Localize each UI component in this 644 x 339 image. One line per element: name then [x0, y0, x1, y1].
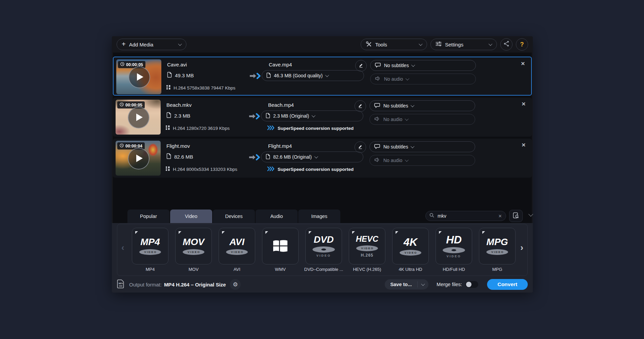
format-category-tabs: Popular Video Devices Audio Images	[127, 210, 340, 223]
file-icon	[266, 154, 270, 160]
help-button[interactable]: ?	[516, 38, 528, 51]
clear-search-icon[interactable]: ✕	[498, 214, 502, 219]
clock-icon	[120, 143, 124, 148]
file-icon	[166, 112, 171, 119]
search-input[interactable]	[437, 213, 496, 219]
audio-dropdown[interactable]: No audio	[370, 74, 476, 84]
codec-icon	[166, 166, 170, 172]
output-quality-dropdown[interactable]: 82.6 MB (Original)	[261, 152, 363, 162]
add-media-label: Add Media	[129, 42, 154, 47]
format-tile-hd[interactable]: HD VIDEO	[436, 228, 472, 264]
source-size: 2.3 MB	[166, 112, 190, 119]
file-icon	[266, 113, 270, 119]
convert-button[interactable]: Convert	[487, 279, 528, 290]
plus-icon: +	[122, 41, 126, 47]
tab-devices[interactable]: Devices	[213, 210, 255, 223]
convert-arrow-icon	[248, 113, 261, 121]
source-filename: Cave.avi	[167, 62, 187, 67]
settings-button[interactable]: Settings	[430, 39, 497, 50]
source-size: 49.3 MB	[167, 72, 194, 79]
convert-arrow-icon	[248, 154, 261, 162]
presets-panel: ‹ › MP4 VIDEO MP4 MOV VIDEO MOV	[112, 223, 533, 293]
add-media-button[interactable]: + Add Media	[117, 39, 186, 50]
output-format-label: Output format:	[129, 282, 162, 287]
find-preset-button[interactable]	[509, 210, 523, 222]
save-to-button[interactable]: Save to...	[385, 279, 428, 290]
subtitles-dropdown[interactable]: No subtitles	[369, 100, 475, 111]
collapse-panel-button[interactable]	[526, 210, 536, 219]
windows-logo-icon	[271, 236, 290, 256]
settings-label: Settings	[445, 42, 463, 47]
play-button[interactable]	[128, 148, 149, 170]
subtitles-dropdown[interactable]: No subtitles	[369, 141, 475, 152]
format-wmv: WMV	[262, 228, 299, 272]
audio-dropdown[interactable]: No audio	[369, 155, 475, 166]
codec-icon	[166, 85, 170, 91]
remove-file-button[interactable]: ✕	[520, 141, 527, 149]
chevron-down-icon	[411, 63, 415, 67]
tools-icon	[366, 41, 372, 48]
chevron-down-icon	[311, 114, 315, 117]
tab-video[interactable]: Video	[170, 210, 212, 223]
tools-button[interactable]: Tools	[361, 39, 427, 50]
speaker-icon	[374, 157, 380, 163]
chevron-down-icon	[410, 144, 414, 148]
format-tile-wmv[interactable]	[262, 228, 299, 264]
media-list: 00:00:05 Cave.avi 49.3 MB H.264 5758x383…	[113, 53, 532, 223]
gear-icon[interactable]: ⚙	[230, 279, 241, 290]
format-mp4: MP4 VIDEO MP4	[132, 228, 168, 272]
media-row-cave[interactable]: 00:00:05 Cave.avi 49.3 MB H.264 5758x383…	[113, 57, 532, 96]
remove-file-button[interactable]: ✕	[519, 60, 526, 67]
scroll-right-icon[interactable]: ›	[520, 243, 523, 252]
speaker-icon	[374, 116, 380, 122]
format-mov: MOV VIDEO MOV	[175, 228, 212, 272]
speech-bubble-icon	[374, 103, 380, 109]
output-quality-dropdown[interactable]: 46.3 MB (Good quality)	[262, 70, 364, 81]
codec-info: H.264 5758x3838 79447 Kbps	[166, 85, 235, 91]
pencil-icon	[358, 62, 364, 69]
format-tile-4k[interactable]: 4K VIDEO	[392, 228, 429, 264]
superspeed-icon	[267, 166, 275, 172]
tab-images[interactable]: Images	[298, 210, 340, 223]
format-hevc: HEVC VIDEO H.265 HEVC (H.265)	[349, 228, 385, 272]
output-quality-dropdown[interactable]: 2.3 MB (Original)	[261, 111, 363, 121]
pencil-icon	[358, 103, 363, 109]
video-thumbnail: 00:00:05	[116, 59, 161, 94]
speaker-icon	[375, 76, 381, 82]
format-tile-avi[interactable]: AVI VIDEO	[219, 228, 255, 264]
scroll-left-icon[interactable]: ‹	[121, 243, 124, 252]
codec-icon	[166, 125, 170, 131]
format-tile-hevc[interactable]: HEVC VIDEO H.265	[349, 228, 385, 264]
chevron-down-icon	[314, 155, 318, 158]
edit-button[interactable]	[355, 100, 366, 112]
tab-popular[interactable]: Popular	[127, 210, 169, 223]
help-icon: ?	[520, 41, 524, 48]
share-button[interactable]	[500, 38, 512, 51]
subtitles-dropdown[interactable]: No subtitles	[370, 60, 476, 71]
audio-dropdown[interactable]: No audio	[369, 114, 475, 125]
settings-sliders-icon	[436, 41, 442, 47]
pencil-icon	[358, 144, 363, 151]
merge-files-toggle[interactable]	[465, 281, 478, 288]
play-button[interactable]	[128, 66, 150, 88]
tab-audio[interactable]: Audio	[256, 210, 298, 223]
superspeed-note: SuperSpeed conversion supported	[267, 125, 354, 131]
format-tile-mpg[interactable]: MPG VIDEO	[479, 228, 516, 264]
superspeed-icon	[267, 125, 275, 131]
format-search[interactable]: ✕	[425, 211, 506, 221]
media-row-beach[interactable]: 00:00:05 Beach.mkv 2.3 MB H.264 1280x720…	[113, 98, 532, 137]
speech-bubble-icon	[375, 62, 381, 69]
speech-bubble-icon	[374, 144, 380, 150]
media-row-flight[interactable]: 00:00:04 Flight.mov 82.6 MB H.264 8000x5…	[113, 139, 532, 178]
file-icon	[167, 72, 172, 79]
format-tile-dvd[interactable]: DVD VIDEO	[305, 228, 342, 264]
format-tile-mp4[interactable]: MP4 VIDEO	[132, 228, 168, 264]
superspeed-note: SuperSpeed conversion supported	[267, 166, 354, 172]
edit-button[interactable]	[355, 60, 367, 72]
file-icon	[166, 153, 171, 160]
play-button[interactable]	[128, 107, 149, 128]
edit-button[interactable]	[355, 141, 366, 153]
format-tile-mov[interactable]: MOV VIDEO	[175, 228, 212, 264]
remove-file-button[interactable]: ✕	[520, 100, 527, 108]
file-icon	[266, 73, 271, 79]
